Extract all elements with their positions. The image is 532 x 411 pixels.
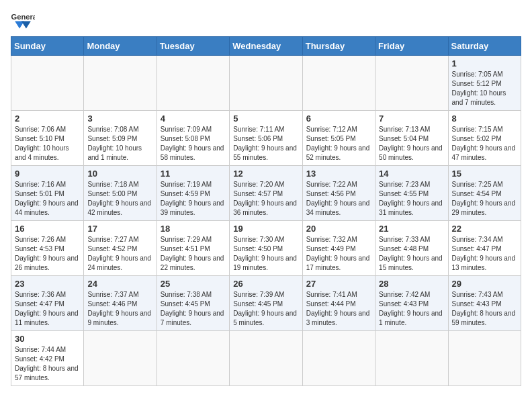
day-info: Sunrise: 7:09 AM Sunset: 5:08 PM Dayligh… (161, 125, 226, 163)
day-info: Sunrise: 7:34 AM Sunset: 4:47 PM Dayligh… (452, 235, 517, 273)
calendar-cell: 29Sunrise: 7:43 AM Sunset: 4:43 PM Dayli… (448, 276, 521, 331)
calendar-cell: 22Sunrise: 7:34 AM Sunset: 4:47 PM Dayli… (448, 221, 521, 276)
calendar-week-row: 9Sunrise: 7:16 AM Sunset: 5:01 PM Daylig… (11, 166, 521, 221)
day-info: Sunrise: 7:22 AM Sunset: 4:56 PM Dayligh… (306, 180, 371, 218)
calendar-cell: 18Sunrise: 7:29 AM Sunset: 4:51 PM Dayli… (157, 221, 229, 276)
day-info: Sunrise: 7:29 AM Sunset: 4:51 PM Dayligh… (161, 235, 226, 273)
day-info: Sunrise: 7:39 AM Sunset: 4:45 PM Dayligh… (233, 290, 298, 328)
weekday-header-row: SundayMondayTuesdayWednesdayThursdayFrid… (11, 37, 521, 56)
day-info: Sunrise: 7:44 AM Sunset: 4:42 PM Dayligh… (15, 345, 80, 383)
day-info: Sunrise: 7:08 AM Sunset: 5:09 PM Dayligh… (87, 125, 152, 163)
day-number: 26 (233, 279, 298, 289)
calendar-cell (84, 56, 157, 111)
weekday-header: Tuesday (157, 37, 229, 56)
day-number: 5 (233, 113, 298, 124)
day-number: 23 (15, 279, 80, 289)
weekday-header: Friday (375, 37, 448, 56)
weekday-header: Sunday (11, 37, 84, 56)
calendar-cell (302, 56, 375, 111)
day-number: 17 (87, 224, 152, 234)
calendar-week-row: 2Sunrise: 7:06 AM Sunset: 5:10 PM Daylig… (11, 111, 521, 166)
day-number: 19 (233, 224, 298, 234)
day-number: 30 (15, 334, 80, 344)
calendar-week-row: 23Sunrise: 7:36 AM Sunset: 4:47 PM Dayli… (11, 276, 521, 331)
calendar-cell: 6Sunrise: 7:12 AM Sunset: 5:05 PM Daylig… (302, 111, 375, 166)
calendar-cell (230, 56, 302, 111)
calendar-cell: 7Sunrise: 7:13 AM Sunset: 5:04 PM Daylig… (375, 111, 448, 166)
calendar: SundayMondayTuesdayWednesdayThursdayFrid… (11, 36, 521, 386)
calendar-cell: 11Sunrise: 7:19 AM Sunset: 4:59 PM Dayli… (157, 166, 229, 221)
logo-icon: General (11, 11, 35, 30)
day-info: Sunrise: 7:37 AM Sunset: 4:46 PM Dayligh… (87, 290, 152, 328)
day-number: 11 (161, 169, 226, 179)
calendar-cell: 5Sunrise: 7:11 AM Sunset: 5:06 PM Daylig… (230, 111, 302, 166)
day-number: 10 (87, 169, 152, 179)
calendar-cell: 14Sunrise: 7:23 AM Sunset: 4:55 PM Dayli… (375, 166, 448, 221)
day-info: Sunrise: 7:15 AM Sunset: 5:02 PM Dayligh… (452, 125, 517, 163)
calendar-cell: 17Sunrise: 7:27 AM Sunset: 4:52 PM Dayli… (84, 221, 157, 276)
calendar-cell: 25Sunrise: 7:38 AM Sunset: 4:45 PM Dayli… (157, 276, 229, 331)
svg-text:General: General (11, 13, 36, 21)
day-number: 14 (379, 169, 444, 179)
day-info: Sunrise: 7:19 AM Sunset: 4:59 PM Dayligh… (161, 180, 226, 218)
calendar-cell: 28Sunrise: 7:42 AM Sunset: 4:43 PM Dayli… (375, 276, 448, 331)
calendar-cell: 13Sunrise: 7:22 AM Sunset: 4:56 PM Dayli… (302, 166, 375, 221)
day-info: Sunrise: 7:06 AM Sunset: 5:10 PM Dayligh… (15, 125, 80, 163)
calendar-cell: 2Sunrise: 7:06 AM Sunset: 5:10 PM Daylig… (11, 111, 84, 166)
calendar-cell: 24Sunrise: 7:37 AM Sunset: 4:46 PM Dayli… (84, 276, 157, 331)
calendar-cell: 15Sunrise: 7:25 AM Sunset: 4:54 PM Dayli… (448, 166, 521, 221)
day-info: Sunrise: 7:27 AM Sunset: 4:52 PM Dayligh… (87, 235, 152, 273)
calendar-cell: 27Sunrise: 7:41 AM Sunset: 4:44 PM Dayli… (302, 276, 375, 331)
day-info: Sunrise: 7:30 AM Sunset: 4:50 PM Dayligh… (233, 235, 298, 273)
day-number: 18 (161, 224, 226, 234)
calendar-cell: 9Sunrise: 7:16 AM Sunset: 5:01 PM Daylig… (11, 166, 84, 221)
calendar-cell (230, 331, 302, 386)
day-info: Sunrise: 7:42 AM Sunset: 4:43 PM Dayligh… (379, 290, 444, 328)
day-number: 7 (379, 113, 444, 124)
calendar-cell: 21Sunrise: 7:33 AM Sunset: 4:48 PM Dayli… (375, 221, 448, 276)
day-info: Sunrise: 7:43 AM Sunset: 4:43 PM Dayligh… (452, 290, 517, 328)
calendar-cell: 12Sunrise: 7:20 AM Sunset: 4:57 PM Dayli… (230, 166, 302, 221)
calendar-cell (448, 331, 521, 386)
weekday-header: Wednesday (230, 37, 302, 56)
day-info: Sunrise: 7:11 AM Sunset: 5:06 PM Dayligh… (233, 125, 298, 163)
weekday-header: Monday (84, 37, 157, 56)
day-number: 13 (306, 169, 371, 179)
calendar-cell (157, 56, 229, 111)
day-info: Sunrise: 7:26 AM Sunset: 4:53 PM Dayligh… (15, 235, 80, 273)
day-info: Sunrise: 7:20 AM Sunset: 4:57 PM Dayligh… (233, 180, 298, 218)
svg-marker-2 (21, 21, 31, 28)
calendar-cell: 10Sunrise: 7:18 AM Sunset: 5:00 PM Dayli… (84, 166, 157, 221)
calendar-cell: 19Sunrise: 7:30 AM Sunset: 4:50 PM Dayli… (230, 221, 302, 276)
calendar-cell: 8Sunrise: 7:15 AM Sunset: 5:02 PM Daylig… (448, 111, 521, 166)
calendar-cell: 3Sunrise: 7:08 AM Sunset: 5:09 PM Daylig… (84, 111, 157, 166)
day-number: 20 (306, 224, 371, 234)
calendar-week-row: 30Sunrise: 7:44 AM Sunset: 4:42 PM Dayli… (11, 331, 521, 386)
day-info: Sunrise: 7:36 AM Sunset: 4:47 PM Dayligh… (15, 290, 80, 328)
day-info: Sunrise: 7:38 AM Sunset: 4:45 PM Dayligh… (161, 290, 226, 328)
calendar-cell (375, 331, 448, 386)
calendar-cell (302, 331, 375, 386)
day-number: 16 (15, 224, 80, 234)
day-number: 21 (379, 224, 444, 234)
calendar-cell (157, 331, 229, 386)
day-number: 1 (452, 58, 517, 68)
day-info: Sunrise: 7:12 AM Sunset: 5:05 PM Dayligh… (306, 125, 371, 163)
day-number: 9 (15, 169, 80, 179)
day-number: 4 (161, 113, 226, 124)
calendar-cell: 4Sunrise: 7:09 AM Sunset: 5:08 PM Daylig… (157, 111, 229, 166)
day-number: 6 (306, 113, 371, 124)
day-number: 15 (452, 169, 517, 179)
calendar-cell (84, 331, 157, 386)
day-number: 3 (87, 113, 152, 124)
day-number: 24 (87, 279, 152, 289)
day-number: 8 (452, 113, 517, 124)
page-header: General (11, 11, 521, 30)
day-info: Sunrise: 7:16 AM Sunset: 5:01 PM Dayligh… (15, 180, 80, 218)
weekday-header: Thursday (302, 37, 375, 56)
calendar-week-row: 1Sunrise: 7:05 AM Sunset: 5:12 PM Daylig… (11, 56, 521, 111)
day-info: Sunrise: 7:13 AM Sunset: 5:04 PM Dayligh… (379, 125, 444, 163)
calendar-week-row: 16Sunrise: 7:26 AM Sunset: 4:53 PM Dayli… (11, 221, 521, 276)
calendar-cell: 16Sunrise: 7:26 AM Sunset: 4:53 PM Dayli… (11, 221, 84, 276)
calendar-cell: 30Sunrise: 7:44 AM Sunset: 4:42 PM Dayli… (11, 331, 84, 386)
